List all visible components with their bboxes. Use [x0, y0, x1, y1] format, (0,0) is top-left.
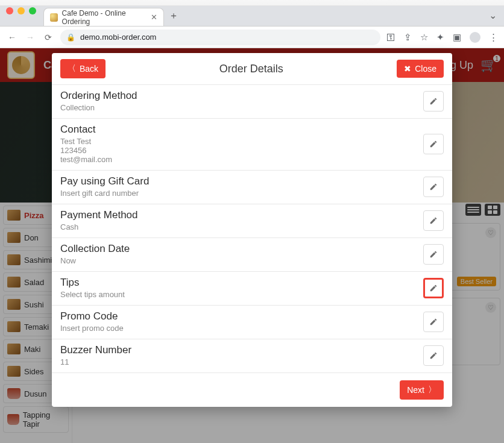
pencil-icon — [429, 284, 438, 292]
row-sub: Insert gift card number — [60, 189, 423, 198]
order-details-modal: 〈 Back Order Details ✖ Close Ordering Me… — [52, 53, 452, 407]
back-button[interactable]: 〈 Back — [60, 59, 106, 78]
pencil-icon — [429, 183, 438, 191]
extensions-icon[interactable]: ✦ — [436, 32, 444, 43]
row-sub: 11 — [60, 357, 423, 366]
edit-promo-code-button[interactable] — [423, 312, 444, 332]
row-payment-method: Payment Method Cash — [52, 204, 452, 237]
new-tab-button[interactable]: ＋ — [169, 10, 178, 26]
edit-contact-button[interactable] — [423, 134, 444, 154]
row-tips: Tips Select tips amount — [52, 271, 452, 305]
row-title: Collection Date — [60, 243, 423, 255]
row-sub: Select tips amount — [60, 290, 423, 299]
row-buzzer-number: Buzzer Number 11 — [52, 339, 452, 372]
tab-close-icon[interactable]: ✕ — [151, 13, 157, 22]
chevron-right-icon: 〉 — [428, 385, 436, 395]
row-gift-card: Pay using Gift Card Insert gift card num… — [52, 170, 452, 204]
pencil-icon — [429, 97, 438, 105]
edit-ordering-method-button[interactable] — [423, 91, 444, 112]
browser-tab[interactable]: Cafe Demo - Online Ordering ✕ — [43, 8, 164, 26]
tab-title: Cafe Demo - Online Ordering — [62, 9, 146, 26]
tabs-chevron-icon[interactable]: ⌄ — [489, 10, 497, 21]
row-sub: Now — [60, 256, 423, 265]
close-window-icon[interactable] — [6, 7, 13, 14]
pencil-icon — [429, 250, 438, 259]
favicon-icon — [50, 13, 58, 22]
row-title: Pay using Gift Card — [60, 175, 423, 187]
nav-reload-button[interactable]: ⟳ — [42, 33, 54, 42]
nav-back-button[interactable]: ← — [6, 33, 18, 42]
address-bar[interactable]: 🔒 demo.mobi-order.com — [60, 30, 380, 45]
edit-buzzer-number-button[interactable] — [423, 345, 444, 366]
star-icon[interactable]: ☆ — [420, 32, 428, 43]
row-title: Tips — [60, 277, 423, 289]
panel-icon[interactable]: ▣ — [453, 32, 461, 43]
row-title: Contact — [60, 124, 423, 136]
nav-forward-button: → — [24, 33, 36, 42]
row-sub: Collection — [60, 103, 423, 112]
edit-collection-date-button[interactable] — [423, 244, 444, 265]
close-icon: ✖ — [404, 64, 411, 74]
row-collection-date: Collection Date Now — [52, 237, 452, 271]
row-title: Promo Code — [60, 310, 423, 322]
lock-icon: 🔒 — [66, 33, 75, 42]
minimize-window-icon[interactable] — [17, 7, 25, 14]
pencil-icon — [429, 140, 438, 148]
row-promo-code: Promo Code Insert promo code — [52, 305, 452, 339]
row-ordering-method: Ordering Method Collection — [52, 84, 452, 118]
kebab-menu-icon[interactable]: ⋮ — [489, 32, 498, 43]
key-icon[interactable]: ⚿ — [386, 32, 395, 42]
address-text: demo.mobi-order.com — [80, 33, 156, 42]
row-title: Payment Method — [60, 209, 423, 221]
row-sub: Cash — [60, 222, 423, 231]
edit-payment-method-button[interactable] — [423, 210, 444, 231]
pencil-icon — [429, 318, 438, 326]
maximize-window-icon[interactable] — [29, 7, 36, 14]
modal-title: Order Details — [106, 63, 397, 75]
share-icon[interactable]: ⇪ — [404, 32, 412, 43]
row-sub: Test Test 123456 test@mail.com — [60, 137, 423, 164]
window-controls[interactable] — [6, 7, 36, 14]
edit-gift-card-button[interactable] — [423, 177, 444, 197]
pencil-icon — [429, 216, 438, 225]
edit-tips-button[interactable] — [423, 278, 444, 298]
chevron-left-icon: 〈 — [68, 63, 76, 74]
profile-avatar[interactable] — [470, 32, 480, 43]
next-button[interactable]: Next 〉 — [400, 380, 444, 400]
row-title: Buzzer Number — [60, 344, 423, 356]
row-contact: Contact Test Test 123456 test@mail.com — [52, 118, 452, 170]
pencil-icon — [429, 351, 438, 360]
row-title: Ordering Method — [60, 90, 423, 102]
close-button[interactable]: ✖ Close — [397, 60, 444, 78]
row-sub: Insert promo code — [60, 324, 423, 333]
